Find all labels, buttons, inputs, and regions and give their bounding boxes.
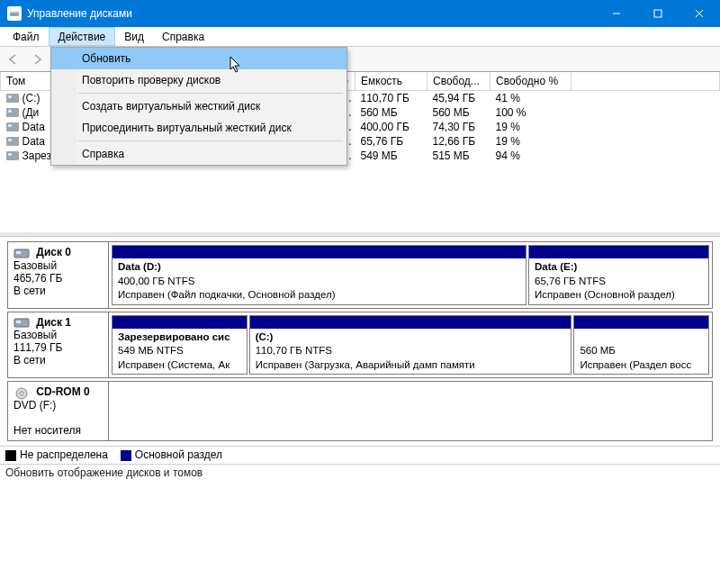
disk-icon — [14, 316, 32, 329]
legend-unalloc: Не распределена — [20, 448, 108, 461]
svg-rect-1 — [10, 11, 19, 13]
forward-button[interactable] — [27, 50, 47, 69]
col-freepct[interactable]: Свободно % — [490, 72, 572, 90]
disk-icon — [14, 247, 32, 259]
close-button[interactable] — [679, 0, 720, 27]
volume-icon — [6, 151, 19, 160]
volume-icon — [6, 137, 19, 146]
legend: Не распределена Основной раздел — [0, 446, 720, 464]
partition[interactable]: Зарезервировано сис549 МБ NTFSИсправен (… — [112, 315, 248, 375]
svg-rect-7 — [16, 251, 21, 254]
svg-rect-3 — [654, 10, 662, 17]
disk-info: CD-ROM 0DVD (F:)Нет носителя — [8, 382, 109, 440]
disk-info: Диск 0Базовый465,76 ГБВ сети — [8, 242, 109, 308]
menubar: Файл Действие Вид Справка — [0, 27, 720, 47]
disk-icon — [14, 386, 32, 399]
menu-create-vhd[interactable]: Создать виртуальный жесткий диск — [51, 95, 346, 117]
menu-file[interactable]: Файл — [4, 27, 49, 46]
col-capacity[interactable]: Емкость — [356, 72, 428, 90]
menu-dd-help[interactable]: Справка — [51, 143, 346, 165]
partition[interactable]: Data (E:)65,76 ГБ NTFSИсправен (Основной… — [528, 245, 709, 305]
titlebar: Управление дисками — [0, 0, 720, 27]
disk-row[interactable]: CD-ROM 0DVD (F:)Нет носителя — [7, 381, 713, 441]
menu-help[interactable]: Справка — [153, 27, 213, 46]
legend-primary: Основной раздел — [135, 448, 222, 461]
partition[interactable]: 560 МБИсправен (Раздел восс — [573, 315, 709, 375]
back-button[interactable] — [4, 50, 23, 69]
menu-refresh[interactable]: Обновить — [51, 48, 346, 69]
disk-info: Диск 1Базовый111,79 ГБВ сети — [8, 312, 109, 378]
minimize-button[interactable] — [596, 0, 637, 27]
partition[interactable]: Data (D:)400,00 ГБ NTFSИсправен (Файл по… — [112, 245, 526, 305]
menu-attach-vhd[interactable]: Присоединить виртуальный жесткий диск — [51, 117, 346, 139]
svg-point-11 — [20, 392, 23, 395]
maximize-button[interactable] — [637, 0, 679, 27]
svg-rect-9 — [16, 321, 21, 323]
menu-action[interactable]: Действие — [49, 27, 116, 46]
partition[interactable]: (C:)110,70 ГБ NTFSИсправен (Загрузка, Ав… — [249, 315, 572, 375]
disk-map: Диск 0Базовый465,76 ГБВ сети Data (D:)40… — [0, 236, 720, 446]
app-icon — [7, 6, 22, 21]
volume-icon — [6, 108, 19, 117]
action-dropdown: Обновить Повторить проверку дисков Созда… — [50, 47, 347, 166]
disk-row[interactable]: Диск 0Базовый465,76 ГБВ сети Data (D:)40… — [7, 241, 713, 309]
disk-row[interactable]: Диск 1Базовый111,79 ГБВ сети Зарезервиро… — [7, 312, 713, 379]
volume-icon — [6, 94, 19, 103]
menu-rescan[interactable]: Повторить проверку дисков — [51, 69, 346, 91]
status-bar: Обновить отображение дисков и томов — [0, 464, 720, 482]
window-title: Управление дисками — [27, 7, 132, 20]
col-free[interactable]: Свобод... — [428, 72, 490, 90]
volume-icon — [6, 122, 19, 131]
menu-view[interactable]: Вид — [115, 27, 153, 46]
